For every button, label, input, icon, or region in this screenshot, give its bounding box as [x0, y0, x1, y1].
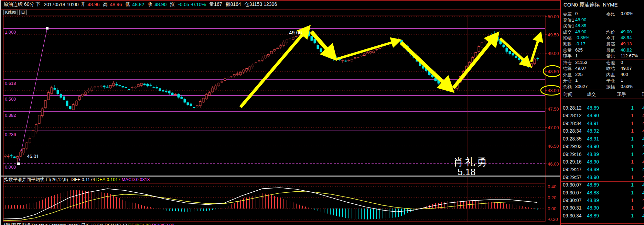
svg-text:49.50: 49.50 [548, 32, 559, 37]
kline-tab[interactable]: K线图 [3, 10, 18, 15]
svg-text:48.50: 48.50 [548, 69, 559, 74]
quote-row: 涨跌-0.17最高49.13 [561, 41, 644, 47]
ohlc-segment: 量167 [209, 1, 223, 8]
contract-title: CON0 原油连续 NYME [564, 2, 618, 8]
ts-row: 09:28:3548.9114 [561, 136, 644, 143]
panel-divider [561, 90, 644, 90]
kline-macd-chart[interactable]: 50.0049.5049.0048.5048.0047.5047.0046.50… [1, 0, 644, 225]
svg-text:0.000: 0.000 [5, 165, 16, 170]
panel-divider [561, 59, 644, 59]
ts-row: 09:30:0748.8814 [561, 190, 644, 197]
quote-row: 委差0委比0.00% [561, 11, 644, 17]
ts-group-divider [561, 143, 644, 143]
quote-row: 持仓31153仓差0 [561, 60, 644, 66]
svg-text:47.50: 47.50 [548, 106, 559, 112]
quote-row: 卖价148.90 [561, 17, 644, 23]
quote-row: 现手1量比112.67% [561, 53, 644, 59]
ohlc-segment: 48.82 [132, 2, 146, 7]
ts-row: 09:30:0748.8914 [561, 198, 644, 204]
ts-header-col: 现 [642, 91, 644, 98]
ohlc-segment: 48.96 [87, 2, 101, 7]
ts-row: 09:29:0348.9014 [561, 144, 644, 150]
svg-text:0.236: 0.236 [5, 132, 16, 137]
svg-text:0.500: 0.500 [5, 97, 16, 102]
svg-text:1.000: 1.000 [5, 30, 16, 35]
ts-row: 09:29:1648.8914 [561, 151, 644, 158]
rsi-title-segment: RSI3:53.00 [152, 223, 174, 225]
quote-row: 总量625最低48.82 [561, 47, 644, 53]
ohlc-segment: 48.90 [154, 2, 168, 7]
quote-row: 结算49.07昨结49.07 [561, 66, 644, 71]
svg-text:49.00: 49.00 [548, 51, 559, 56]
ts-row: 09:28:1248.8914 [561, 105, 644, 112]
ohlc-segment: 20170518 10:00 [44, 2, 78, 7]
macd-indicator-title: 指数平滑异同平均线 日(26,12,9) DIFF:0.1174 DEA:0.1… [4, 177, 150, 183]
ohlc-segment: 48.96 [110, 2, 123, 7]
ts-header-col: 现手 [617, 91, 644, 98]
swing-high-label: 49.66 [289, 30, 302, 35]
swing-low-label: 46.01 [27, 154, 39, 159]
macd-title-segment: DEA:0.1017 [96, 177, 122, 182]
svg-text:0.20: 0.20 [548, 195, 556, 200]
ts-row: 09:30:0748.8914 [561, 182, 644, 189]
ohlc-segment: 仓31153 12306 [244, 1, 277, 8]
panel-divider [561, 23, 644, 23]
ts-row: 09:28:3448.9114 [561, 121, 644, 127]
ts-group-divider [561, 223, 644, 224]
ohlc-segment: 涨 [170, 1, 176, 8]
svg-text:48.00: 48.00 [548, 88, 559, 93]
ts-row: 09:29:5748.9014 [561, 175, 644, 181]
panel-divider [561, 29, 644, 29]
rsi-title-segment: 相对强弱指标(Relative Strength Index) 日(6,12,2… [3, 223, 105, 225]
period-tab-daily[interactable]: 日 [19, 10, 27, 15]
svg-text:50.00: 50.00 [548, 14, 559, 19]
ohlc-status-bar: 原油连续 60分 下 20170518 10:00开48.96 高48.96 低… [1, 0, 563, 9]
svg-text:46.00: 46.00 [548, 161, 559, 167]
ts-row: 09:28:1248.9014 [561, 113, 644, 120]
panel-divider [561, 10, 644, 10]
macd-title-segment: 指数平滑异同平均线 日(26,12,9) [4, 177, 71, 182]
svg-text:47.00: 47.00 [548, 125, 559, 130]
svg-text:0.00: 0.00 [548, 206, 556, 211]
svg-text:-0.20: -0.20 [548, 217, 558, 222]
macd-title-segment: DIFF:0.1174 [71, 177, 96, 182]
quote-row: 外盘225内盘400 [561, 72, 644, 78]
macd-title-segment: MACD:0.0313 [122, 177, 150, 182]
ohlc-segment: 低 [125, 1, 130, 8]
svg-text:0.618: 0.618 [5, 81, 16, 86]
ts-row: 09:29:1648.9014 [561, 159, 644, 166]
quote-row: 开仓1平仓1 [561, 78, 644, 83]
rsi-title-segment: RSI1:43.43 [105, 223, 128, 225]
ohlc-segment: 高 [103, 1, 108, 8]
svg-text:0.382: 0.382 [5, 113, 16, 118]
rsi-indicator-title: 相对强弱指标(Relative Strength Index) 日(6,12,2… [3, 222, 174, 225]
quote-row: 买价148.89 [561, 23, 644, 29]
quote-panel: CON0 原油连续 NYME 委差0委比0.00%卖价148.90买价148.8… [560, 0, 644, 225]
ts-row: 09:30:3448.8914 [561, 213, 644, 220]
ohlc-segment: 开 [80, 1, 85, 8]
panel-divider [561, 99, 644, 99]
ts-row: 09:30:3148.9014 [561, 205, 644, 212]
ts-group-divider [561, 181, 644, 182]
quote-row: 成交48.90均价49.00 [561, 29, 644, 35]
quote-row: 总额30627振幅0.63% [561, 84, 644, 90]
ts-row: 09:29:4748.8914 [561, 167, 644, 173]
rsi-indicator-strip: 相对强弱指标(Relative Strength Index) 日(6,12,2… [1, 222, 560, 225]
quote-row: 涨幅-0.35%今开48.94 [561, 35, 644, 41]
rsi-title-segment: RSI2:51.82 [128, 223, 152, 225]
ohlc-segment: 收 [148, 1, 152, 8]
trading-terminal-window: 50.0049.5049.0048.5048.0047.5047.0046.50… [0, 0, 644, 225]
ohlc-segment: 原油连续 60分 下 [3, 1, 42, 8]
ohlc-segment: -0.05 -0.10% [178, 2, 207, 7]
svg-text:0.40: 0.40 [548, 184, 556, 189]
ts-row: 09:28:3448.9214 [561, 128, 644, 135]
svg-text:46.50: 46.50 [548, 144, 559, 149]
chart-tab-row: K线图 日 [3, 10, 27, 15]
ohlc-segment: 额8164 [225, 1, 242, 8]
